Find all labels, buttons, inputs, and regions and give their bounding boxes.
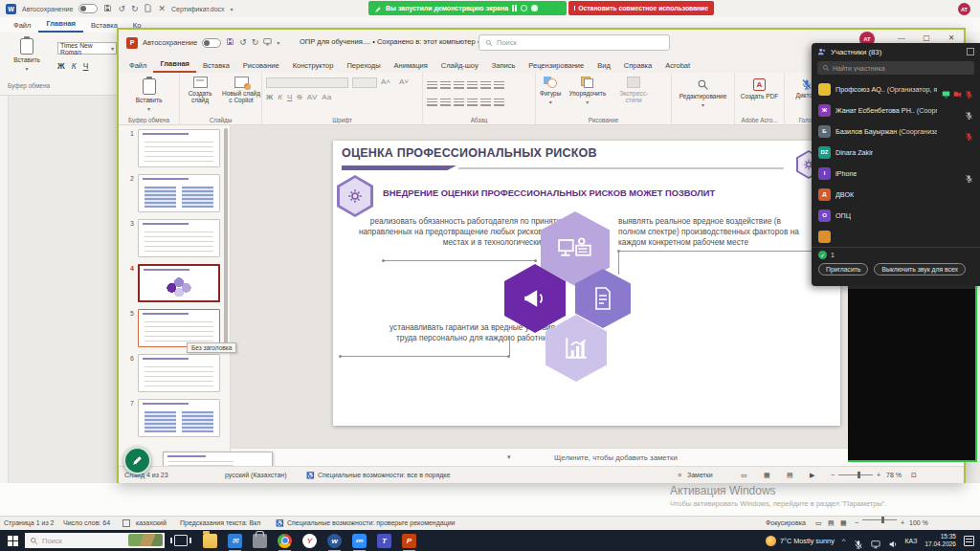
word-tab[interactable]: Файл <box>6 19 38 33</box>
stop-sharing-button[interactable]: Остановить совместное использование <box>568 1 714 15</box>
new-slide-button[interactable]: Создать слайд <box>184 77 216 113</box>
view-reading-button[interactable]: ▤ <box>787 472 793 479</box>
zoom-out-button[interactable]: − <box>831 472 835 478</box>
taskbar-app-icon[interactable]: w <box>327 534 342 548</box>
ppt-document-title[interactable]: ОПР для обучения.... • Сохранено в: этот… <box>300 37 480 46</box>
arrange-button[interactable]: Упорядочить ▾ <box>568 77 606 113</box>
font-name-select[interactable] <box>266 77 348 88</box>
participant-row[interactable]: Б Базилов Бауыржан (Соорганизатор) <box>812 121 980 142</box>
ppt-tab[interactable]: Вставка <box>196 59 236 73</box>
ppt-tab[interactable]: Переходы <box>340 59 387 73</box>
participant-search-box[interactable] <box>817 61 974 75</box>
word-tab[interactable]: Главная <box>38 17 83 33</box>
slide-preview[interactable] <box>138 309 220 347</box>
taskbar-app-icon[interactable] <box>203 534 217 548</box>
participant-row[interactable]: Д ДВОК <box>812 184 980 205</box>
ppt-tab[interactable]: Рисование <box>236 59 286 73</box>
redo-icon[interactable]: ↻ <box>252 38 259 47</box>
word-zoom-out[interactable]: − <box>855 519 858 526</box>
grow-font-button[interactable]: A˄ <box>381 77 390 88</box>
ppt-tab[interactable]: Конструктор <box>286 59 341 73</box>
slideshow-button[interactable]: ▶ <box>810 472 814 479</box>
taskbar-search-box[interactable] <box>25 533 165 548</box>
slide-preview[interactable] <box>138 219 220 257</box>
ppt-accessibility-status[interactable]: Специальные возможности: все в порядке <box>318 472 450 478</box>
italic-button[interactable]: К <box>72 61 77 71</box>
ppt-tab[interactable]: Запись <box>485 59 523 73</box>
ppt-language[interactable]: русский (Казахстан) <box>225 472 287 478</box>
keyboard-language[interactable]: КАЗ <box>905 538 918 544</box>
word-paste-button[interactable]: Вставить ▾ <box>10 38 44 84</box>
search-highlight-image[interactable] <box>128 534 163 546</box>
participant-row[interactable] <box>812 226 980 247</box>
slide-text-right[interactable]: выявлять реальное вредное воздействие (в… <box>618 216 808 248</box>
ppt-search-box[interactable] <box>479 34 670 51</box>
popout-icon[interactable] <box>967 48 974 55</box>
word-autosave-toggle[interactable] <box>78 4 98 13</box>
participant-row[interactable]: I iPhone <box>812 163 980 184</box>
proofing-icon[interactable] <box>122 519 130 527</box>
slide-thumbnail[interactable]: 3 <box>122 219 230 257</box>
font-format-button[interactable]: Ж <box>266 93 273 101</box>
ppt-tab[interactable]: Анимация <box>388 59 434 73</box>
notes-toggle-button[interactable]: Заметки <box>687 472 713 478</box>
slide-thumbnail[interactable]: 1 <box>122 129 230 167</box>
fit-slide-button[interactable]: ⊡ <box>911 472 917 479</box>
tray-mic-icon[interactable] <box>854 536 863 545</box>
participant-row[interactable]: Профсоюз AQ.. (Организатор, я) <box>812 78 980 99</box>
word-view-web-icon[interactable]: ▦ <box>840 519 847 527</box>
word-word-count[interactable]: Число слов: 64 <box>63 519 110 526</box>
slide-title[interactable]: ОЦЕНКА ПРОФЕССИОНАЛЬНЫХ РИСКОВ <box>342 146 597 160</box>
word-view-reading-icon[interactable]: ▤ <box>828 519 835 527</box>
ppt-tab[interactable]: Рецензирование <box>522 59 590 73</box>
tray-expand-icon[interactable]: ^ <box>842 537 846 545</box>
zoom-in-button[interactable]: + <box>877 472 880 478</box>
slide-thumbnail[interactable]: 7 <box>122 399 230 437</box>
notification-center-icon[interactable] <box>964 536 974 546</box>
underline-button[interactable]: Ч <box>83 61 89 71</box>
slide-preview[interactable] <box>138 264 220 302</box>
view-sorter-button[interactable]: ▦ <box>764 472 770 479</box>
tray-volume-icon[interactable] <box>888 536 898 545</box>
slide-preview[interactable] <box>138 174 220 212</box>
font-format-button[interactable]: Ч <box>287 93 292 101</box>
taskbar-app-icon[interactable] <box>278 534 292 548</box>
ppt-tab[interactable]: Файл <box>122 59 153 73</box>
view-icon[interactable] <box>531 5 538 11</box>
save-icon[interactable] <box>103 4 112 14</box>
ppt-tab[interactable]: Acrobat <box>658 59 697 73</box>
zoom-slider[interactable] <box>838 474 873 475</box>
slide-preview[interactable] <box>138 129 220 167</box>
ppt-tab[interactable]: Вид <box>590 59 617 73</box>
bold-button[interactable]: Ж <box>57 61 65 71</box>
undo-icon[interactable]: ↺ <box>118 5 125 13</box>
taskbar-app-icon[interactable] <box>253 534 267 548</box>
taskbar-app-icon[interactable]: P <box>402 534 416 548</box>
slide-thumbnail[interactable]: 4 <box>122 264 230 302</box>
participant-row[interactable]: О ОПЦ <box>812 205 980 226</box>
word-zoom-level[interactable]: 100 % <box>909 519 928 526</box>
notes-placeholder[interactable]: Щелкните, чтобы добавить заметки <box>554 453 678 462</box>
word-view-normal-icon[interactable]: ▭ <box>815 519 822 527</box>
word-accessibility-status[interactable]: Специальные возможности: проверьте реком… <box>287 519 456 526</box>
word-language[interactable]: казахский <box>136 519 167 526</box>
annotation-pen-button[interactable] <box>123 447 151 474</box>
slide-thumbnail[interactable]: 5 <box>122 309 230 347</box>
zoom-level[interactable]: 78 % <box>886 472 902 478</box>
pause-share-icon[interactable] <box>512 5 517 11</box>
font-format-button[interactable]: Аа <box>322 93 331 101</box>
word-text-predictions[interactable]: Предсказания текста: Вкл <box>180 519 260 526</box>
close-search-icon[interactable]: ✕ <box>158 5 166 13</box>
participant-row[interactable]: DZ Dinara Zakir <box>812 142 980 163</box>
slide-canvas[interactable]: ОЦЕНКА ПРОФЕССИОНАЛЬНЫХ РИСКОВ ВНЕДРЕНИЕ… <box>333 141 840 426</box>
ppt-tab[interactable]: Справка <box>617 59 658 73</box>
record-icon[interactable] <box>521 5 527 11</box>
notes-collapse-icon[interactable]: ▾ <box>507 453 511 461</box>
slide-preview[interactable] <box>138 354 220 392</box>
slide-thumbnail[interactable]: 6 <box>122 354 230 392</box>
taskbar-app-icon[interactable]: Y <box>302 534 317 548</box>
word-zoom-in[interactable]: + <box>901 519 904 526</box>
create-pdf-button[interactable]: A Создать PDF <box>739 78 780 99</box>
slide-thumbnail[interactable]: 2 <box>122 174 230 212</box>
paste-button[interactable]: Вставить ▾ <box>122 78 175 112</box>
